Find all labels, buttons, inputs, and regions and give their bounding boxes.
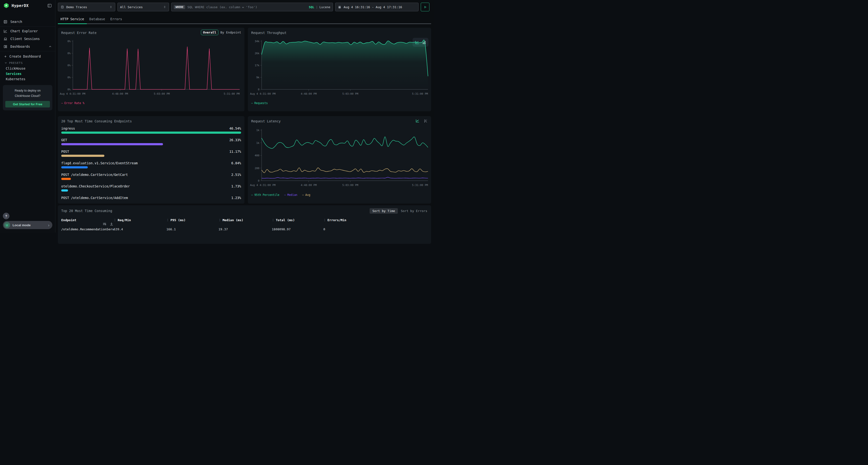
dashboards-layout-icon: [3, 44, 7, 49]
legend-dash: —: [61, 101, 63, 105]
source-select-value: Demo Traces: [66, 5, 87, 9]
search-news-icon: [3, 20, 7, 24]
hyperdx-logo-icon: [3, 3, 9, 8]
legend-label: Error Rate %: [64, 101, 84, 105]
table-row[interactable]: /oteldemo.RecommendationServ639.4166.119…: [58, 226, 431, 232]
column-header-endpoint[interactable]: Endpoint: [61, 218, 114, 222]
svg-text:9k: 9k: [256, 76, 260, 79]
presets-toggle[interactable]: PRESETS: [0, 60, 55, 66]
svg-text:1k: 1k: [256, 141, 260, 144]
endpoint-bar-row[interactable]: GET26.33%: [61, 138, 241, 149]
app-title: HyperDX: [11, 3, 29, 8]
error-rate-chart[interactable]: 0%0%0%0%0%Aug 4 4:31:00 PM4:48:00 PM5:03…: [59, 38, 243, 99]
endpoint-bar-row[interactable]: flagd.evaluation.v1.Service/EventStream6…: [61, 161, 241, 172]
plus-icon: [4, 55, 7, 58]
legend-item: —Requests: [251, 101, 268, 105]
latency-legend: —95th Percentile —Median —Avg: [251, 193, 310, 197]
local-mode-menu[interactable]: U Local mode ›: [3, 221, 52, 229]
legend-dash: —: [284, 193, 286, 197]
svg-text:5:31:00 PM: 5:31:00 PM: [412, 92, 428, 95]
run-query-button[interactable]: [421, 3, 429, 11]
service-select-value: All Services: [120, 5, 143, 9]
select-chevrons-icon: [109, 5, 113, 9]
preset-item-clickhouse[interactable]: ClickHouse: [0, 66, 55, 71]
column-drag-handle-icon[interactable]: ⋮: [166, 219, 169, 222]
get-started-button[interactable]: Get Started for Free: [5, 101, 50, 107]
service-select[interactable]: All Services: [117, 3, 169, 11]
sidebar-item-search[interactable]: Search: [0, 18, 55, 26]
sort-by-time-button[interactable]: Sort by Time: [370, 208, 398, 214]
line-chart-icon[interactable]: [415, 119, 420, 123]
histogram-icon[interactable]: [424, 119, 428, 123]
svg-text:0%: 0%: [67, 88, 71, 91]
table-body: /oteldemo.RecommendationServ639.4166.119…: [58, 226, 431, 232]
column-drag-handle-icon[interactable]: ⋮: [323, 219, 326, 222]
column-drag-handle-icon[interactable]: ⋮: [218, 219, 221, 222]
endpoint-bar-row[interactable]: POST11.17%: [61, 149, 241, 161]
endpoint-bar-row[interactable]: ingress46.54%: [61, 126, 241, 138]
column-header-total-ms-[interactable]: ⋮Total (ms): [272, 218, 323, 222]
sidebar-collapse-icon[interactable]: [47, 3, 52, 8]
endpoint-bar: [61, 155, 104, 157]
tab-database[interactable]: Database: [87, 15, 108, 23]
endpoint-label: POST: [61, 150, 69, 154]
column-header-p95-ms-[interactable]: ⋮P95 (ms): [166, 218, 218, 222]
cell-req-min: 639.4: [114, 227, 166, 231]
svg-text:5:31:00 PM: 5:31:00 PM: [224, 92, 240, 95]
search-input[interactable]: [187, 5, 309, 9]
column-header-errors-min[interactable]: ⋮Errors/Min: [323, 218, 428, 222]
endpoint-bar: [61, 132, 241, 134]
create-dashboard-button[interactable]: Create Dashboard: [0, 53, 55, 60]
panel-title: Request Latency: [251, 119, 281, 123]
request-error-rate-panel: Request Error Rate Overall By Endpoint 0…: [58, 28, 245, 111]
svg-text:0%: 0%: [67, 64, 71, 67]
cell-median-ms-: 19.37: [218, 227, 272, 231]
column-drag-handle-icon[interactable]: ⋮: [272, 219, 274, 222]
svg-text:4:48:00 PM: 4:48:00 PM: [112, 92, 128, 95]
by-endpoint-toggle[interactable]: By Endpoint: [220, 31, 241, 34]
top-toolbar: Demo Traces All Services WHERE SQL | Luc…: [58, 3, 429, 11]
help-button[interactable]: ?: [3, 213, 9, 219]
chevron-up-icon[interactable]: [49, 45, 52, 48]
panel-title: 20 Top Most Time Consuming Endpoints: [61, 119, 132, 123]
mode-divider: |: [316, 5, 318, 9]
lucene-mode-toggle[interactable]: Lucene: [319, 5, 330, 9]
time-range-value: Aug 4 16:31:16 - Aug 4 17:31:16: [344, 5, 402, 9]
legend-dash: —: [302, 193, 304, 197]
svg-text:Aug 4 4:31:00 PM: Aug 4 4:31:00 PM: [250, 184, 276, 187]
legend-label: 95th Percentile: [254, 193, 279, 197]
endpoint-bar-row[interactable]: POST /oteldemo.CartService/AddItem1.23%: [61, 195, 241, 204]
throughput-chart[interactable]: 09k17k26k34kAug 4 4:31:00 PM4:48:00 PM5:…: [250, 38, 429, 99]
sort-by-errors-button[interactable]: Sort by Errors: [400, 208, 428, 214]
sidebar-item-chart-explorer[interactable]: Chart Explorer: [0, 27, 55, 35]
column-header-req-min[interactable]: ⋮Req/Min: [114, 218, 166, 222]
latency-chart[interactable]: 02004001k1kAug 4 4:31:00 PM4:48:00 PM5:0…: [250, 127, 429, 191]
svg-text:0%: 0%: [67, 52, 71, 55]
sidebar-item-client-sessions[interactable]: Client Sessions: [0, 35, 55, 43]
clickhouse-cloud-card: Ready to deploy on ClickHouse Cloud? Get…: [3, 85, 52, 110]
legend-label: Median: [287, 193, 298, 197]
endpoint-percent: 46.54%: [229, 127, 241, 130]
sql-mode-toggle[interactable]: SQL: [309, 5, 314, 9]
source-select[interactable]: Demo Traces: [58, 3, 115, 11]
svg-text:4:48:00 PM: 4:48:00 PM: [301, 92, 317, 95]
svg-text:5:03:00 PM: 5:03:00 PM: [342, 184, 359, 187]
svg-text:17k: 17k: [255, 64, 259, 67]
latency-chart-type-toggle: [415, 119, 428, 123]
select-chevrons-icon: [163, 5, 166, 9]
column-header-median-ms-[interactable]: ⋮Median (ms): [218, 218, 272, 222]
tab-http-service[interactable]: HTTP Service: [58, 15, 87, 23]
tab-errors[interactable]: Errors: [108, 15, 125, 23]
preset-item-services[interactable]: Services: [0, 71, 55, 76]
endpoint-bar-row[interactable]: POST /oteldemo.CartService/GetCart2.51%: [61, 172, 241, 184]
endpoint-percent: 2.51%: [231, 173, 241, 176]
time-range-picker[interactable]: Aug 4 16:31:16 - Aug 4 17:31:16: [335, 3, 418, 11]
cell-endpoint: /oteldemo.RecommendationServ: [61, 227, 114, 231]
throughput-legend: —Requests: [251, 101, 268, 105]
preset-item-kubernetes[interactable]: Kubernetes: [0, 76, 55, 82]
endpoint-bar-row[interactable]: oteldemo.CheckoutService/PlaceOrder1.73%: [61, 184, 241, 195]
overall-toggle[interactable]: Overall: [201, 30, 218, 35]
calendar-icon: [338, 5, 341, 9]
sidebar-item-dashboards[interactable]: Dashboards: [0, 43, 55, 51]
column-drag-handle-icon[interactable]: ⋮: [114, 219, 116, 222]
